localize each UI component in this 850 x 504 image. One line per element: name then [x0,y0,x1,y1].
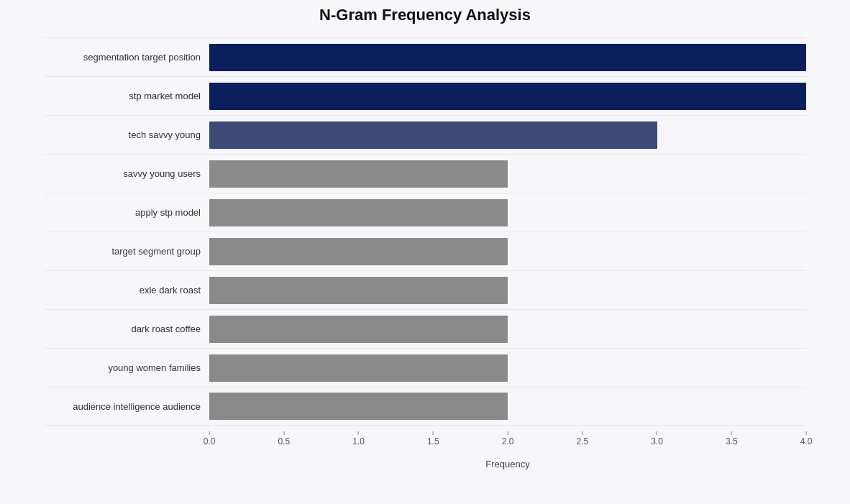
x-tick-line [657,431,657,435]
bar-track [209,393,806,420]
bar-fill [209,393,508,420]
x-tick-line [209,431,210,435]
bar-row: apply stp model [44,193,806,232]
bar-row: audience intelligence audience [44,387,806,426]
x-tick-line [358,431,359,435]
x-tick-label: 1.5 [427,436,439,446]
bar-fill [209,316,508,343]
bar-track [209,354,806,382]
bar-row: dark roast coffee [44,309,806,348]
x-tick: 1.5 [427,431,439,446]
chart-container: N-Gram Frequency Analysis segmentation t… [29,0,821,504]
bar-track [209,83,806,110]
chart-area: segmentation target positionstp market m… [44,37,806,426]
x-axis-label: Frequency [44,459,806,469]
x-tick: 2.5 [576,431,588,446]
bar-fill [209,122,657,149]
x-tick: 2.0 [502,431,514,446]
bar-label: young women families [44,362,209,373]
bar-track [209,316,806,343]
bar-row: savvy young users [44,154,806,193]
x-tick-label: 2.0 [502,436,514,446]
bar-fill [209,160,508,188]
bar-label: dark roast coffee [44,324,209,334]
x-tick-label: 2.5 [576,436,588,446]
x-axis-line: 0.00.51.01.52.02.53.03.54.0 [209,431,806,453]
bar-fill [209,354,508,382]
bar-label: segmentation target position [44,52,209,63]
x-tick-label: 3.5 [726,436,738,446]
x-tick: 3.5 [726,431,738,446]
x-tick-label: 0.5 [278,436,290,446]
x-tick-line [582,431,582,435]
bar-label: tech savvy young [44,129,209,140]
x-tick: 3.0 [651,431,663,446]
bar-label: target segment group [44,246,209,257]
x-tick: 1.0 [352,431,365,446]
bar-fill [209,277,508,304]
x-tick-label: 3.0 [651,436,663,446]
bar-track [209,160,806,188]
bar-fill [209,238,508,265]
bar-row: exle dark roast [44,270,806,309]
bar-row: young women families [44,348,806,387]
x-axis: 0.00.51.01.52.02.53.03.54.0 [44,431,806,453]
x-tick-line [806,431,807,435]
x-tick: 0.5 [278,431,290,446]
bar-track [209,122,806,149]
bar-label: exle dark roast [44,285,209,295]
bar-label: stp market model [44,91,209,101]
x-tick-line [508,431,508,435]
bar-track [209,277,806,304]
bar-label: apply stp model [44,207,209,218]
bar-fill [209,83,806,110]
x-tick: 0.0 [204,431,216,446]
bar-label: savvy young users [44,168,209,179]
x-tick-label: 1.0 [352,436,365,446]
bar-fill [209,44,806,71]
bar-row: segmentation target position [44,37,806,76]
bar-row: tech savvy young [44,115,806,154]
x-tick-line [731,431,732,435]
bar-row: target segment group [44,232,806,270]
bar-row: stp market model [44,76,806,115]
x-tick-line [433,431,434,435]
bar-fill [209,199,508,226]
bar-track [209,238,806,265]
bar-label: audience intelligence audience [44,401,209,412]
x-tick: 4.0 [800,431,813,446]
bar-track [209,199,806,226]
x-tick-label: 4.0 [800,436,813,446]
chart-title: N-Gram Frequency Analysis [44,6,806,24]
bar-track [209,44,806,71]
x-tick-line [283,431,284,435]
x-tick-label: 0.0 [204,436,216,446]
